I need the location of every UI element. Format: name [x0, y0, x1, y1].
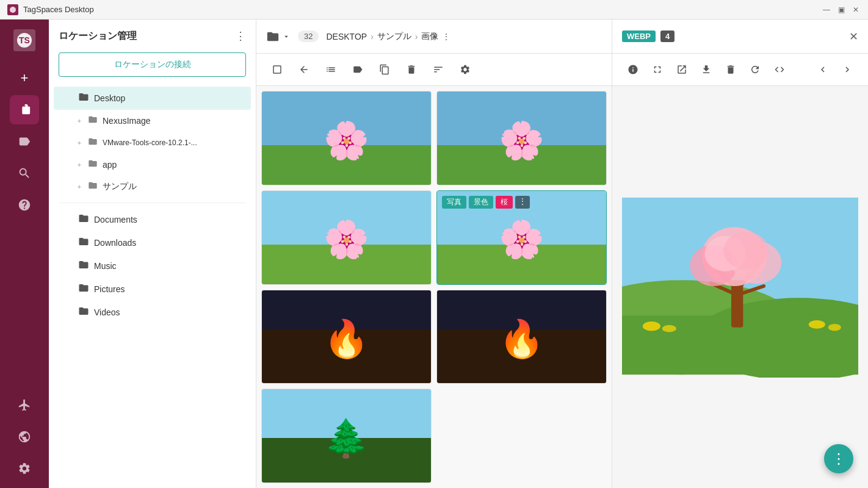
- breadcrumb-desktop[interactable]: DESKTOP: [326, 32, 367, 41]
- expand-vmware-button[interactable]: +: [73, 137, 85, 149]
- expand-music-button: [63, 260, 76, 272]
- preview-panel: WEBP 4 ✕: [612, 20, 868, 488]
- tag-photo: 写真: [442, 196, 466, 209]
- file-thumb-5-webp: 🔥: [437, 290, 606, 384]
- breadcrumb-more-button[interactable]: ⋮: [442, 32, 450, 41]
- expand-sample-button[interactable]: +: [73, 181, 85, 193]
- select-all-button[interactable]: [266, 59, 288, 81]
- app-label: app: [103, 160, 241, 170]
- folder-app-icon: [88, 159, 98, 171]
- breadcrumb-sep-2: ›: [415, 32, 418, 41]
- file-thumb-3-jpg: 🌸: [262, 92, 431, 185]
- expand-desktop-button[interactable]: [63, 92, 76, 104]
- close-button[interactable]: ✕: [851, 5, 861, 15]
- sidebar-item-app[interactable]: + app: [54, 154, 251, 176]
- preview-image-area: [612, 86, 868, 488]
- preview-image-svg: [622, 195, 858, 378]
- file-item-3-webp[interactable]: 🌸 3 WEBP 2020.01.18 | 198.38 KB: [436, 91, 607, 185]
- app-icon: [7, 4, 18, 15]
- breadcrumb-images[interactable]: 画像: [421, 31, 438, 42]
- tag-button[interactable]: [347, 59, 369, 81]
- preview-refresh-button[interactable]: [744, 59, 766, 81]
- add-location-button[interactable]: +: [10, 63, 39, 93]
- preview-delete-button[interactable]: [720, 59, 742, 81]
- preview-prev-button[interactable]: [812, 59, 834, 81]
- tag-cherry: 桜: [496, 196, 513, 209]
- expand-nexusimage-button[interactable]: +: [73, 115, 85, 127]
- file-item-4-webp[interactable]: 🌸 写真 景色 桜 ⋮ 4 WEBP 2020.01.18 | 172.82 K…: [436, 190, 607, 285]
- file-toolbar: [256, 54, 612, 86]
- preview-image-inner: [622, 195, 858, 380]
- tag-scenery: 景色: [469, 196, 493, 209]
- back-button[interactable]: [293, 59, 315, 81]
- preview-fullscreen-button[interactable]: [646, 59, 668, 81]
- locations-button[interactable]: [10, 95, 39, 124]
- folder-select-button[interactable]: [266, 30, 291, 43]
- file-count-badge: 32: [298, 30, 319, 42]
- app-settings-button[interactable]: [10, 454, 39, 483]
- expand-videos-button: [63, 306, 76, 318]
- expand-app-button[interactable]: +: [73, 159, 85, 171]
- sort-button[interactable]: [427, 59, 449, 81]
- expand-pictures-button: [63, 283, 76, 295]
- folder-nexusimage-icon: [88, 115, 98, 127]
- tags-button[interactable]: [10, 127, 39, 156]
- file-thumb-4-webp: 🌸 写真 景色 桜 ⋮: [437, 191, 606, 285]
- preview-close-button[interactable]: ✕: [849, 30, 858, 43]
- sidebar-item-vmware[interactable]: + VMware-Tools-core-10.2.1-...: [54, 132, 251, 154]
- fab-button[interactable]: ⋮: [824, 444, 853, 473]
- sidebar-item-videos[interactable]: Videos ⋮: [54, 301, 251, 324]
- maximize-button[interactable]: ▣: [836, 5, 846, 15]
- svg-point-20: [662, 325, 676, 332]
- sidebar-item-sample[interactable]: + サンプル: [54, 176, 251, 198]
- view-settings-button[interactable]: [454, 59, 476, 81]
- sidebar-item-pictures[interactable]: Pictures ⋮: [54, 278, 251, 301]
- theme-button[interactable]: [10, 422, 39, 451]
- music-label: Music: [94, 261, 231, 271]
- sample-label: サンプル: [103, 181, 241, 192]
- sidebar-item-documents[interactable]: Documents ⋮: [54, 208, 251, 231]
- breadcrumb-sample[interactable]: サンプル: [377, 31, 411, 42]
- list-view-button[interactable]: [320, 59, 342, 81]
- sidebar-item-desktop[interactable]: Desktop ⋮: [54, 87, 251, 110]
- help-button[interactable]: [10, 190, 39, 220]
- sidebar-item-music[interactable]: Music ⋮: [54, 254, 251, 278]
- search-button[interactable]: [10, 159, 39, 188]
- nexusimage-label: NexusImage: [103, 116, 241, 126]
- file-thumb-4-jpg: 🌸: [262, 191, 431, 285]
- delete-button[interactable]: [400, 59, 422, 81]
- preview-next-button[interactable]: [836, 59, 858, 81]
- sidebar-item-nexusimage[interactable]: + NexusImage: [54, 110, 251, 132]
- preview-number-badge: 4: [660, 30, 675, 42]
- preview-open-button[interactable]: [671, 59, 693, 81]
- file-thumb-5-jpg: 🔥: [262, 290, 431, 384]
- minimize-button[interactable]: —: [822, 5, 831, 15]
- sidebar-title: ロケーション管理: [59, 30, 137, 43]
- folder-videos-icon: [78, 306, 89, 319]
- connect-location-button[interactable]: ロケーションの接続: [59, 52, 246, 77]
- svg-text:TS: TS: [19, 35, 30, 45]
- downloads-label: Downloads: [94, 238, 231, 248]
- file-item-4-jpg[interactable]: 🌸 4 JPG 2020.10.22 | 402.07 KB: [261, 190, 432, 285]
- icon-bar: TS +: [0, 20, 49, 488]
- sidebar-divider: [59, 203, 246, 203]
- svg-point-1: [10, 7, 16, 13]
- expand-documents-button: [63, 214, 76, 226]
- preview-embed-button[interactable]: [769, 59, 790, 81]
- folder-downloads-icon: [78, 236, 89, 249]
- file-thumb-3-webp: 🌸: [437, 92, 606, 185]
- copy-button[interactable]: [374, 59, 396, 81]
- file-grid: 🌸 3 JPG 2020.10.22 | 506.15 KB 🌸 3: [256, 86, 612, 488]
- documents-label: Documents: [94, 215, 231, 224]
- preview-info-button[interactable]: [622, 59, 644, 81]
- preview-type-badge: WEBP: [622, 30, 656, 42]
- sidebar-more-button[interactable]: ⋮: [235, 29, 246, 43]
- svg-point-18: [723, 231, 769, 269]
- file-item-3-jpg[interactable]: 🌸 3 JPG 2020.10.22 | 506.15 KB: [261, 91, 432, 185]
- sidebar-item-downloads[interactable]: Downloads ⋮: [54, 231, 251, 254]
- file-item-5-jpg[interactable]: 🔥 5 JPG 2020.10.22 | 214.11 KB: [261, 290, 432, 384]
- flight-button[interactable]: [10, 390, 39, 420]
- preview-download-button[interactable]: [695, 59, 717, 81]
- file-item-5-webp[interactable]: 🔥 5 WEBP 2020.01.18 | 80.76 KB: [436, 290, 607, 384]
- file-item-6-jpg[interactable]: 🌲: [261, 389, 432, 483]
